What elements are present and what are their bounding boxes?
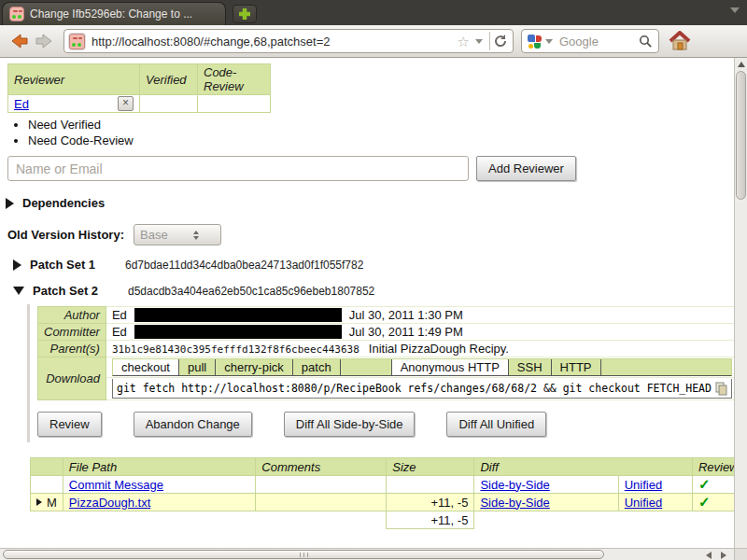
tab-checkout[interactable]: checkout <box>113 359 179 375</box>
tab-pull[interactable]: pull <box>179 359 216 375</box>
scroll-right-arrow-icon[interactable] <box>721 552 726 559</box>
col-code-review: Code-Review <box>198 64 271 95</box>
dependencies-label: Dependencies <box>22 196 105 210</box>
download-command-text[interactable]: git fetch http://localhost:8080/p/Recipe… <box>117 382 712 395</box>
reviewed-check-icon: ✓ <box>698 476 711 492</box>
size-cell <box>387 476 474 494</box>
reviewer-link[interactable]: Ed <box>14 97 29 111</box>
browser-tab[interactable]: Change Ifb5296eb: Change to ... <box>2 2 226 25</box>
parent-subject: Initial PizzaDough Recipy. <box>369 342 509 356</box>
commit-message-link[interactable]: Commit Message <box>69 478 163 492</box>
tab-anonymous-http[interactable]: Anonymous HTTP <box>392 359 509 375</box>
search-engine-dropdown-icon[interactable] <box>545 39 553 44</box>
patch-set-2-panel: Author EdJul 30, 2011 1:30 PM Committer … <box>27 304 734 442</box>
download-command-row: git fetch http://localhost:8080/p/Recipe… <box>38 378 735 400</box>
list-all-tabs-button[interactable] <box>730 7 740 13</box>
reload-icon[interactable] <box>493 34 508 49</box>
redacted-email <box>134 308 342 322</box>
copy-to-clipboard-icon[interactable] <box>715 382 727 396</box>
total-size: +11, -5 <box>387 511 474 529</box>
horizontal-scrollbar[interactable] <box>0 548 734 560</box>
totals-row: +11, -5 <box>31 511 735 529</box>
add-reviewer-row: Add Reviewer <box>7 156 734 181</box>
diff-all-unified-button[interactable]: Diff All Unified <box>446 412 546 437</box>
file-row: M PizzaDough.txt +11, -5 Side-by-Side Un… <box>31 494 735 511</box>
col-diff: Diff <box>474 458 692 476</box>
author-row: Author EdJul 30, 2011 1:30 PM <box>38 307 735 324</box>
abandon-change-button[interactable]: Abandon Change <box>134 412 252 437</box>
patch-set-1-row[interactable]: Patch Set 1 6d7bdae11dd34c4dba0bea24713a… <box>13 258 734 272</box>
site-favicon-icon <box>69 34 85 49</box>
parents-label: Parent(s) <box>38 341 106 357</box>
reviewer-input[interactable] <box>7 156 469 181</box>
url-bar[interactable]: http://localhost:8080/#change,68,patchse… <box>63 29 514 53</box>
col-reviewer: Reviewer <box>8 64 140 95</box>
side-by-side-link[interactable]: Side-by-Side <box>480 478 549 492</box>
plus-icon <box>238 7 251 21</box>
diff-all-side-by-side-button[interactable]: Diff All Side-by-Side <box>284 412 416 437</box>
col-status <box>31 458 63 476</box>
reviewed-check-icon: ✓ <box>698 494 711 510</box>
magnifier-icon[interactable] <box>639 35 653 49</box>
url-dropdown-icon[interactable] <box>475 39 483 44</box>
side-by-side-link[interactable]: Side-by-Side <box>480 496 549 510</box>
back-arrow-icon <box>9 31 30 51</box>
unified-link[interactable]: Unified <box>625 478 662 492</box>
expanded-arrow-icon <box>13 287 24 295</box>
vertical-scroll-thumb[interactable] <box>736 71 746 200</box>
gerrit-favicon-icon <box>9 7 24 21</box>
review-button[interactable]: Review <box>37 412 102 437</box>
unified-link[interactable]: Unified <box>625 496 662 510</box>
collapsed-arrow-icon <box>13 259 21 271</box>
code-review-cell <box>198 95 271 113</box>
base-dropdown-value: Base <box>140 228 177 242</box>
col-file-path: File Path <box>63 458 256 476</box>
base-dropdown[interactable]: Base <box>134 224 221 245</box>
author-label: Author <box>38 307 106 324</box>
back-button[interactable] <box>7 30 32 52</box>
spacer <box>601 359 731 375</box>
patch-set-2-label: Patch Set 2 <box>33 284 107 298</box>
bookmark-star-icon[interactable]: ☆ <box>458 35 470 49</box>
reviewer-table: Reviewer Verified Code-Review Ed × <box>7 63 271 113</box>
tab-patch[interactable]: patch <box>293 359 341 375</box>
download-label: Download <box>38 357 106 400</box>
navigation-toolbar: http://localhost:8080/#change,68,patchse… <box>0 25 747 58</box>
url-text[interactable]: http://localhost:8080/#change,68,patchse… <box>92 35 456 49</box>
parents-row: Parent(s) 31b1c9e81430c395fefffd132f8f6c… <box>38 341 735 357</box>
download-tabs: checkout pull cherry-pick patch Anonymou… <box>112 358 732 376</box>
tab-http[interactable]: HTTP <box>552 359 601 375</box>
comments-cell <box>256 494 387 511</box>
dependencies-toggle[interactable]: Dependencies <box>6 196 734 210</box>
col-size: Size <box>387 458 474 476</box>
expand-file-arrow-icon[interactable] <box>36 498 42 506</box>
download-row: Download checkout pull cherry-pick patch… <box>38 357 735 378</box>
add-reviewer-button[interactable]: Add Reviewer <box>476 156 576 181</box>
need-item: Need Verified <box>28 117 734 133</box>
page-viewport: Reviewer Verified Code-Review Ed × Need … <box>0 58 734 548</box>
tab-cherry-pick[interactable]: cherry-pick <box>216 359 293 375</box>
committer-date: Jul 30, 2011 1:49 PM <box>349 325 463 339</box>
forward-button[interactable] <box>32 30 56 52</box>
tab-ssh[interactable]: SSH <box>509 359 552 375</box>
home-icon <box>669 31 691 51</box>
scroll-left-arrow-icon[interactable] <box>706 552 712 559</box>
old-version-history-row: Old Version History: Base <box>7 224 734 245</box>
home-button[interactable] <box>668 30 692 52</box>
search-box[interactable]: Google <box>521 29 659 53</box>
horizontal-scroll-thumb[interactable] <box>3 550 604 559</box>
remove-reviewer-button[interactable]: × <box>118 96 134 111</box>
patch-set-2-row[interactable]: Patch Set 2 d5dacdb3a404ea62eb50c1ca85c9… <box>13 284 734 298</box>
spacer <box>341 359 392 375</box>
file-table: File Path Comments Size Diff Reviewed Co… <box>30 457 734 529</box>
needs-list: Need Verified Need Code-Review <box>28 117 734 148</box>
vertical-scrollbar[interactable] <box>734 58 747 548</box>
scroll-up-arrow-icon[interactable] <box>738 62 745 67</box>
search-placeholder[interactable]: Google <box>559 35 639 49</box>
file-path-link[interactable]: PizzaDough.txt <box>69 496 150 510</box>
collapsed-arrow-icon <box>6 198 14 209</box>
spinner-arrows-icon <box>177 231 215 240</box>
new-tab-button[interactable] <box>233 5 257 23</box>
google-logo-icon <box>528 35 542 49</box>
patch-set-1-label: Patch Set 1 <box>30 258 105 272</box>
